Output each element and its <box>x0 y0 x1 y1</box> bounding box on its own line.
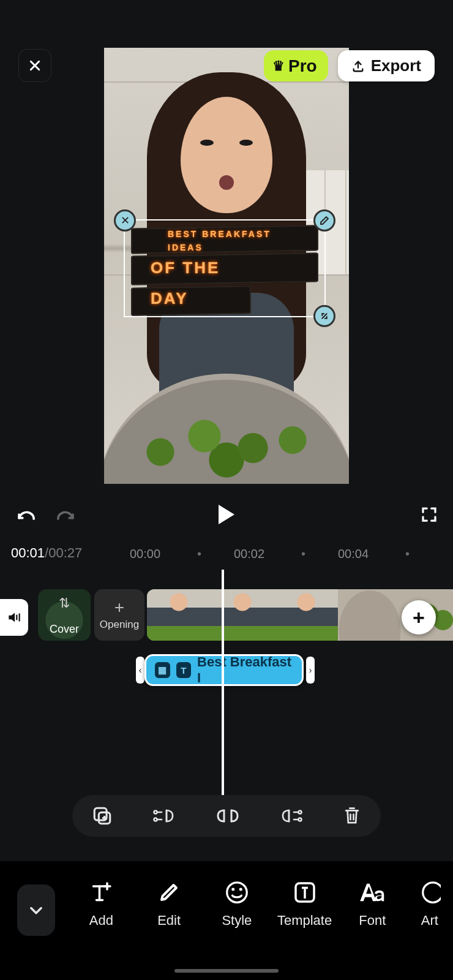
video-preview[interactable]: BEST BREAKFAST IDEAS OF THE DAY ✕ <box>104 48 349 484</box>
textbox-resize-handle[interactable] <box>313 305 335 327</box>
cover-card[interactable]: ⇅ Cover <box>38 589 91 641</box>
clip-thumb[interactable] <box>338 589 402 641</box>
style-icon <box>225 880 249 905</box>
ruler-dot: • <box>197 547 201 561</box>
crown-icon: ♛ <box>272 59 285 73</box>
textbox-delete-handle[interactable]: ✕ <box>114 209 136 232</box>
tool-add[interactable]: Add <box>67 880 135 929</box>
redo-button[interactable] <box>56 505 77 524</box>
undo-button[interactable] <box>15 505 36 524</box>
split-left-button[interactable] <box>152 807 176 825</box>
clip-thumb[interactable] <box>274 589 338 641</box>
tool-font-label: Font <box>359 913 386 929</box>
opening-label: Opening <box>100 619 139 631</box>
ruler-dot: • <box>301 547 305 561</box>
text-overlay-box[interactable]: BEST BREAKFAST IDEAS OF THE DAY ✕ <box>124 219 326 317</box>
text-clip-left-handle[interactable]: ‹ <box>136 657 144 684</box>
clip-action-bar <box>72 795 381 837</box>
opening-card[interactable]: + Opening <box>94 589 144 641</box>
collapse-toolbar-button[interactable] <box>17 884 55 936</box>
textbox-edit-handle[interactable] <box>313 209 335 232</box>
tool-art[interactable]: Art <box>406 880 453 929</box>
tool-art-label: Art <box>421 913 438 929</box>
split-right-button[interactable] <box>279 807 304 825</box>
tool-font[interactable]: Font <box>339 880 406 929</box>
svg-point-4 <box>154 811 157 814</box>
delete-button[interactable] <box>343 806 361 826</box>
tool-add-label: Add <box>89 913 113 929</box>
font-icon <box>359 880 386 905</box>
tool-template-label: Template <box>277 913 332 929</box>
swap-icon: ⇅ <box>59 595 70 611</box>
text-clip-right-handle[interactable]: › <box>306 657 315 684</box>
overlay-text-line1: BEST BREAKFAST <box>168 229 271 239</box>
svg-point-10 <box>239 888 242 891</box>
tool-edit[interactable]: Edit <box>135 880 203 929</box>
art-icon <box>419 880 441 905</box>
play-button[interactable] <box>219 505 234 524</box>
export-button[interactable]: Export <box>338 50 435 81</box>
overlay-text-line2: IDEAS <box>168 243 203 252</box>
template-chip-icon: ▦ <box>155 662 170 678</box>
playhead[interactable] <box>222 570 224 796</box>
clip-thumb[interactable] <box>211 589 274 641</box>
svg-point-8 <box>227 883 247 903</box>
text-chip-icon: T <box>176 662 192 678</box>
edit-icon <box>158 880 180 905</box>
overlay-text-line3: OF THE <box>151 258 220 277</box>
home-indicator <box>174 969 279 973</box>
ruler-tick-4: 00:04 <box>338 547 369 561</box>
export-label: Export <box>371 56 421 75</box>
preview-food <box>116 404 337 484</box>
tool-edit-label: Edit <box>157 913 181 929</box>
text-track-clip[interactable]: ▦ T Best Breakfast I <box>144 654 304 686</box>
close-icon <box>28 59 42 72</box>
overlay-text-line4: DAY <box>151 289 189 308</box>
tool-style-label: Style <box>222 913 252 929</box>
play-icon <box>219 505 234 524</box>
split-button[interactable] <box>215 807 240 825</box>
ruler-tick-2: 00:02 <box>234 547 264 561</box>
svg-rect-0 <box>16 615 17 620</box>
svg-rect-1 <box>19 614 20 622</box>
tool-style[interactable]: Style <box>203 880 271 929</box>
tool-template[interactable]: Template <box>271 880 339 929</box>
svg-point-5 <box>154 818 157 821</box>
ruler-tick-0: 00:00 <box>130 547 160 561</box>
close-button[interactable] <box>18 49 51 82</box>
pro-label: Pro <box>288 56 317 76</box>
add-text-icon <box>89 880 113 905</box>
svg-point-7 <box>299 818 302 821</box>
add-clip-button[interactable]: + <box>402 600 436 635</box>
duplicate-button[interactable] <box>92 805 113 826</box>
plus-icon: + <box>114 599 124 616</box>
ruler-dot: • <box>405 547 410 561</box>
svg-point-12 <box>423 883 441 903</box>
template-icon <box>293 880 317 905</box>
text-clip-label: Best Breakfast I <box>197 654 293 686</box>
timeline-ruler[interactable]: 00:00 • 00:02 • 00:04 • <box>0 545 453 562</box>
fullscreen-button[interactable] <box>420 505 438 524</box>
cover-label: Cover <box>50 623 79 636</box>
audio-toggle-button[interactable] <box>0 599 28 636</box>
bottom-toolbar: Add Edit Style Template Font <box>0 861 453 980</box>
export-icon <box>351 59 365 73</box>
pro-badge[interactable]: ♛ Pro <box>264 50 328 81</box>
svg-point-6 <box>299 811 302 814</box>
clip-thumb[interactable] <box>147 589 211 641</box>
timeline[interactable]: ⇅ Cover + Opening + <box>0 589 453 646</box>
svg-point-9 <box>231 888 234 891</box>
